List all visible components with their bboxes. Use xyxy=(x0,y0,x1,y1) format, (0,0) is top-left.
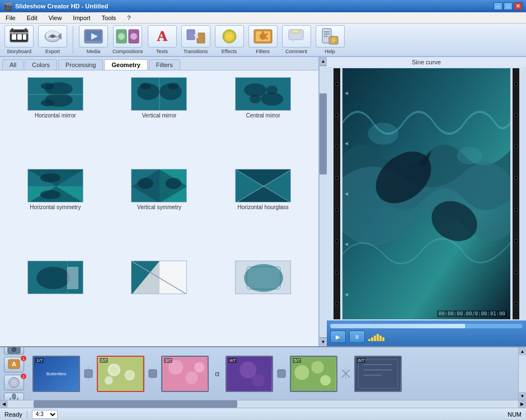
texts-label: Texts xyxy=(156,49,168,54)
effect-8[interactable] xyxy=(109,258,210,342)
scroll-up-button[interactable]: ▲ xyxy=(320,57,327,66)
tab-geometry[interactable]: Geometry xyxy=(104,59,147,70)
slide-1[interactable]: Butterflies 1/7 xyxy=(32,356,80,392)
effect-central-mirror[interactable]: Central mirror xyxy=(212,75,314,164)
effect-vertical-symmetry[interactable]: Vertical symmetry xyxy=(109,167,210,256)
svg-point-45 xyxy=(41,100,54,106)
toolbar-help[interactable]: ⚡ Help xyxy=(316,25,345,54)
menu-bar: File Edit View Import Tools ? xyxy=(0,12,526,23)
svg-point-92 xyxy=(368,123,398,145)
effect-thumb-vertical-symmetry xyxy=(131,169,187,202)
export-label: Export xyxy=(45,49,60,54)
tab-all[interactable]: All xyxy=(2,59,24,70)
status-ratio: 4:3 16:9 3:2 xyxy=(32,410,58,419)
timeline-scrollbar-v[interactable]: ▲ ▼ xyxy=(518,347,526,400)
status-ready: Ready xyxy=(4,411,22,418)
toolbar-effects[interactable]: Effects xyxy=(215,25,244,54)
toolbar-transitions[interactable]: Transitions xyxy=(181,25,210,54)
vol-bar-5 xyxy=(379,336,382,341)
slide-2[interactable]: 2/7 xyxy=(97,356,144,392)
help-label: Help xyxy=(325,49,335,54)
svg-rect-6 xyxy=(23,34,26,40)
toolbar-compositions[interactable]: Compositions xyxy=(112,25,143,54)
timeline-btn-mic[interactable] xyxy=(4,393,24,400)
timeline-btn-dvd[interactable]: 2 xyxy=(4,375,24,390)
menu-file[interactable]: File xyxy=(2,14,19,22)
toolbar-filters[interactable]: Filters xyxy=(248,25,278,54)
toolbar-comment[interactable]: Comment xyxy=(282,25,311,54)
svg-rect-19 xyxy=(187,30,195,40)
menu-help[interactable]: ? xyxy=(124,14,134,22)
svg-point-57 xyxy=(250,95,261,103)
scroll-left-button[interactable]: ◀ xyxy=(0,400,8,408)
svg-point-56 xyxy=(266,86,278,95)
film-hole xyxy=(335,82,339,86)
svg-rect-4 xyxy=(12,34,16,40)
effect-thumb-8 xyxy=(131,261,187,294)
toolbar-media[interactable]: Media xyxy=(79,25,108,54)
vol-bar-1 xyxy=(368,339,370,341)
effect-7[interactable] xyxy=(4,258,106,342)
effect-thumb-7 xyxy=(27,261,83,294)
toolbar-texts[interactable]: A A Texts xyxy=(148,25,177,54)
close-button[interactable]: ✕ xyxy=(514,2,523,10)
tab-processing[interactable]: Processing xyxy=(58,59,103,70)
tab-colors[interactable]: Colors xyxy=(25,59,57,70)
effect-label-horizontal-symmetry: Horizontal symmetry xyxy=(30,204,81,210)
effect-vertical-mirror[interactable]: Vertical mirror xyxy=(109,75,210,164)
minimize-button[interactable]: ─ xyxy=(494,2,502,10)
effect-9[interactable] xyxy=(212,258,314,342)
ratio-select[interactable]: 4:3 16:9 3:2 xyxy=(32,410,58,419)
slide-4[interactable]: 4/7 xyxy=(226,356,273,392)
effects-scrollbar[interactable]: ▲ ▼ xyxy=(319,57,327,346)
effect-horizontal-mirror[interactable]: Horizontal mirror xyxy=(4,75,106,164)
slide-5[interactable]: 5/7 xyxy=(290,356,337,392)
main-area: All Colors Processing Geometry Filters xyxy=(0,57,526,346)
pause-button[interactable]: ⏸ xyxy=(349,331,365,343)
film-hole xyxy=(335,208,339,211)
scroll-right-button[interactable]: ▶ xyxy=(518,400,526,408)
svg-point-70 xyxy=(166,178,181,189)
timeline-btn-camera[interactable] xyxy=(4,347,24,355)
menu-view[interactable]: View xyxy=(45,14,65,22)
preview-progress-bar[interactable] xyxy=(330,324,523,328)
timeline-scrollbar-h[interactable]: ◀ ▶ xyxy=(0,400,526,408)
effect-label-central-mirror: Central mirror xyxy=(246,112,280,119)
play-button[interactable]: ▶ xyxy=(330,331,346,343)
timeline-scroll-down[interactable]: ▼ xyxy=(519,392,526,400)
title-bar: 🎬 Slideshow Creator HD - Untitled ─ □ ✕ xyxy=(0,0,526,12)
toolbar-export[interactable]: Export xyxy=(38,25,67,54)
svg-point-69 xyxy=(138,178,153,189)
film-hole xyxy=(335,239,339,243)
menu-tools[interactable]: Tools xyxy=(98,14,120,22)
timeline-track[interactable]: Butterflies 1/7 xyxy=(28,347,518,400)
tab-filters[interactable]: Filters xyxy=(149,59,180,70)
timeline-scroll-up[interactable]: ▲ xyxy=(519,347,526,355)
filmstrip-right xyxy=(513,68,519,319)
h-scroll-thumb[interactable] xyxy=(34,400,238,408)
effect-horizontal-symmetry[interactable]: Horizontal symmetry xyxy=(4,167,106,256)
svg-point-9 xyxy=(51,35,54,38)
slide-3-number: 3/7 xyxy=(164,358,172,363)
slide-6[interactable]: 6/7 xyxy=(354,356,402,392)
scroll-thumb[interactable] xyxy=(320,93,327,175)
vol-bar-3 xyxy=(374,336,376,341)
status-sep xyxy=(27,410,27,418)
preview-svg xyxy=(342,68,510,319)
film-hole xyxy=(514,302,518,305)
transition-4-5 xyxy=(275,362,288,385)
svg-point-127 xyxy=(294,365,309,380)
effect-thumb-horizontal-hourglass xyxy=(235,169,291,202)
maximize-button[interactable]: □ xyxy=(504,2,513,10)
slide-4-number: 4/7 xyxy=(228,358,237,363)
effect-horizontal-hourglass[interactable]: Horizontal hourglass xyxy=(212,167,314,256)
menu-edit[interactable]: Edit xyxy=(24,14,41,22)
toolbar-storyboard[interactable]: Storyboard xyxy=(4,25,34,54)
slide-3[interactable]: 3/7 xyxy=(161,356,209,392)
menu-import[interactable]: Import xyxy=(69,14,93,22)
effect-label-horizontal-hourglass: Horizontal hourglass xyxy=(238,204,289,210)
scroll-down-button[interactable]: ▼ xyxy=(320,337,327,346)
timeline-btn-text[interactable]: A 1 xyxy=(4,357,24,372)
svg-text:A: A xyxy=(157,28,167,44)
status-bar: Ready 4:3 16:9 3:2 NUM xyxy=(0,408,526,420)
